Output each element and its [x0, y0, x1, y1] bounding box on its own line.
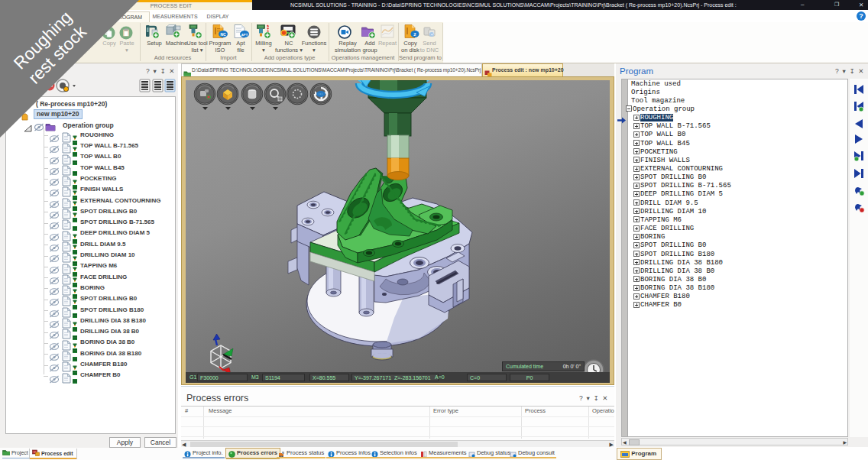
svg-text:APT: APT [241, 33, 248, 37]
svg-text:NC: NC [220, 32, 226, 37]
